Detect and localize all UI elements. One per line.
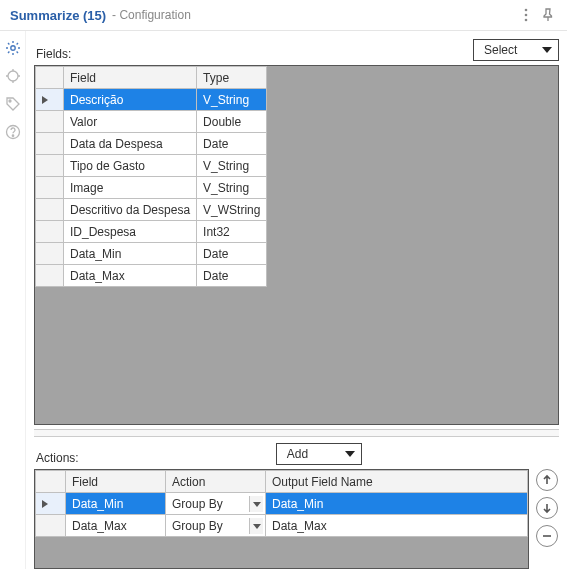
col-action-action[interactable]: Action	[166, 471, 266, 493]
fields-label: Fields:	[34, 47, 71, 61]
fields-table[interactable]: Field Type DescriçãoV_StringValorDoubleD…	[35, 66, 267, 287]
add-dropdown-label: Add	[287, 447, 308, 461]
svg-point-0	[525, 9, 528, 12]
row-handle[interactable]	[36, 111, 64, 133]
pin-icon[interactable]	[539, 6, 557, 24]
col-action-field[interactable]: Field	[66, 471, 166, 493]
table-row[interactable]: Descritivo da DespesaV_WString	[36, 199, 267, 221]
row-handle[interactable]	[36, 515, 66, 537]
field-cell[interactable]: Image	[64, 177, 197, 199]
field-cell[interactable]: Descritivo da Despesa	[64, 199, 197, 221]
tag-icon[interactable]	[4, 95, 22, 113]
row-handle[interactable]	[36, 265, 64, 287]
type-cell[interactable]: Date	[197, 243, 267, 265]
actions-table[interactable]: Field Action Output Field Name Data_MinG…	[35, 470, 528, 537]
type-cell[interactable]: V_WString	[197, 199, 267, 221]
field-cell[interactable]: Tipo de Gasto	[64, 155, 197, 177]
table-row[interactable]: Data_MaxDate	[36, 265, 267, 287]
move-up-button[interactable]	[536, 469, 558, 491]
row-handle[interactable]	[36, 89, 64, 111]
type-cell[interactable]: V_String	[197, 155, 267, 177]
row-handle[interactable]	[36, 221, 64, 243]
tool-subtitle: - Configuration	[112, 8, 191, 22]
actions-header: Actions: Add	[34, 443, 559, 465]
col-type[interactable]: Type	[197, 67, 267, 89]
table-row[interactable]: Data da DespesaDate	[36, 133, 267, 155]
col-action-output[interactable]: Output Field Name	[266, 471, 528, 493]
select-dropdown-label: Select	[484, 43, 517, 57]
table-row[interactable]: ImageV_String	[36, 177, 267, 199]
svg-point-5	[9, 100, 11, 102]
row-handle[interactable]	[36, 155, 64, 177]
type-cell[interactable]: V_String	[197, 89, 267, 111]
remove-button[interactable]	[536, 525, 558, 547]
field-cell[interactable]: Data da Despesa	[64, 133, 197, 155]
field-cell[interactable]: Data_Max	[64, 265, 197, 287]
type-cell[interactable]: Int32	[197, 221, 267, 243]
action-action-cell[interactable]: Group By	[166, 515, 266, 537]
field-cell[interactable]: Valor	[64, 111, 197, 133]
action-dropdown-chevron[interactable]	[249, 518, 263, 534]
kebab-menu-icon[interactable]	[517, 6, 535, 24]
caret-down-icon	[542, 47, 552, 53]
row-handle-header	[36, 67, 64, 89]
select-dropdown[interactable]: Select	[473, 39, 559, 61]
action-field-cell[interactable]: Data_Min	[66, 493, 166, 515]
tool-title: Summarize (15)	[10, 8, 106, 23]
add-dropdown[interactable]: Add	[276, 443, 362, 465]
actions-grid-panel: Field Action Output Field Name Data_MinG…	[34, 469, 529, 569]
table-row[interactable]: DescriçãoV_String	[36, 89, 267, 111]
action-output-cell[interactable]: Data_Max	[266, 515, 528, 537]
table-row[interactable]: Data_MinDate	[36, 243, 267, 265]
actions-side-buttons	[535, 469, 559, 569]
svg-point-3	[10, 46, 14, 50]
svg-point-2	[525, 19, 528, 22]
table-row[interactable]: Data_MinGroup ByData_Min	[36, 493, 528, 515]
help-icon[interactable]	[4, 123, 22, 141]
caret-down-icon	[253, 502, 261, 507]
field-cell[interactable]: Descrição	[64, 89, 197, 111]
main-area: Fields: Select Field Type DescriçãoV_Str…	[26, 31, 567, 569]
title-bar: Summarize (15) - Configuration	[0, 0, 567, 31]
fields-grid-panel: Field Type DescriçãoV_StringValorDoubleD…	[34, 65, 559, 425]
caret-down-icon	[345, 451, 355, 457]
type-cell[interactable]: Date	[197, 133, 267, 155]
splitter[interactable]	[34, 429, 559, 437]
field-cell[interactable]: ID_Despesa	[64, 221, 197, 243]
row-handle[interactable]	[36, 493, 66, 515]
fields-header: Fields: Select	[34, 39, 559, 61]
table-row[interactable]: ID_DespesaInt32	[36, 221, 267, 243]
row-handle-header	[36, 471, 66, 493]
caret-down-icon	[253, 524, 261, 529]
col-field[interactable]: Field	[64, 67, 197, 89]
action-dropdown-chevron[interactable]	[249, 496, 263, 512]
row-handle[interactable]	[36, 199, 64, 221]
left-rail	[0, 31, 26, 569]
type-cell[interactable]: Double	[197, 111, 267, 133]
row-handle[interactable]	[36, 243, 64, 265]
svg-point-7	[12, 135, 13, 136]
action-field-cell[interactable]: Data_Max	[66, 515, 166, 537]
gear-icon[interactable]	[4, 39, 22, 57]
row-handle[interactable]	[36, 177, 64, 199]
type-cell[interactable]: V_String	[197, 177, 267, 199]
table-row[interactable]: Tipo de GastoV_String	[36, 155, 267, 177]
svg-point-1	[525, 14, 528, 17]
action-output-cell[interactable]: Data_Min	[266, 493, 528, 515]
actions-label: Actions:	[34, 451, 79, 465]
type-cell[interactable]: Date	[197, 265, 267, 287]
current-row-indicator-icon	[42, 96, 48, 104]
current-row-indicator-icon	[42, 500, 48, 508]
field-cell[interactable]: Data_Min	[64, 243, 197, 265]
table-row[interactable]: ValorDouble	[36, 111, 267, 133]
action-action-cell[interactable]: Group By	[166, 493, 266, 515]
target-icon[interactable]	[4, 67, 22, 85]
row-handle[interactable]	[36, 133, 64, 155]
table-row[interactable]: Data_MaxGroup ByData_Max	[36, 515, 528, 537]
svg-point-4	[8, 71, 18, 81]
move-down-button[interactable]	[536, 497, 558, 519]
